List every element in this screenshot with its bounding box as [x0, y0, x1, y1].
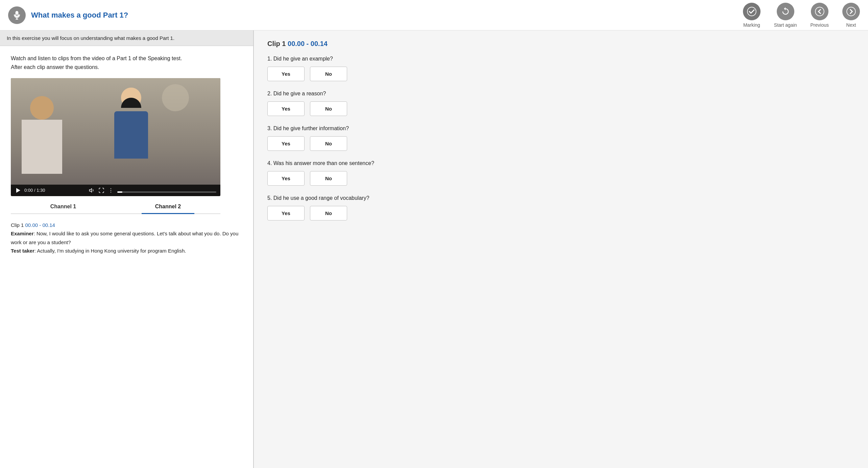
transcript-section: Clip 1 00.00 - 00.14 Examiner: Now, I wo… — [11, 221, 242, 255]
previous-icon — [811, 3, 828, 20]
video-controls: 0:00 / 1:30 — [11, 185, 220, 196]
video-progress-fill — [117, 191, 122, 193]
question-1: 1. Did he give an example? Yes No — [267, 56, 854, 81]
q1-no-button[interactable]: No — [310, 67, 347, 81]
start-again-button[interactable]: Start again — [774, 3, 797, 28]
q2-no-button[interactable]: No — [310, 101, 347, 116]
next-icon — [842, 3, 860, 20]
instruction-text: Watch and listen to clips from the video… — [11, 54, 242, 71]
svg-point-4 — [747, 7, 756, 16]
q3-no-button[interactable]: No — [310, 136, 347, 151]
q5-no-button[interactable]: No — [310, 206, 347, 220]
page-title: What makes a good Part 1? — [31, 11, 128, 20]
video-container[interactable]: 0:00 / 1:30 — [11, 78, 220, 196]
top-nav: What makes a good Part 1? Marking Start … — [0, 0, 868, 30]
previous-button[interactable]: Previous — [811, 3, 829, 28]
more-options-button[interactable] — [108, 187, 114, 193]
marking-icon — [743, 3, 761, 20]
q1-yes-button[interactable]: Yes — [267, 67, 305, 81]
nav-left: What makes a good Part 1? — [8, 6, 743, 24]
room-decor — [162, 84, 189, 111]
question-2-answers: Yes No — [267, 101, 854, 116]
left-content: Watch and listen to clips from the video… — [0, 46, 253, 263]
intro-text: In this exercise you will focus on under… — [7, 35, 174, 41]
start-again-icon — [777, 3, 794, 20]
question-5-answers: Yes No — [267, 206, 854, 220]
question-2-text: 2. Did he give a reason? — [267, 91, 854, 97]
intro-bar: In this exercise you will focus on under… — [0, 30, 253, 46]
play-button[interactable] — [15, 187, 21, 193]
q4-no-button[interactable]: No — [310, 171, 347, 186]
question-3-answers: Yes No — [267, 136, 854, 151]
nav-right: Marking Start again Previous — [743, 3, 860, 28]
fullscreen-button[interactable] — [98, 187, 104, 193]
testtaker-line: Test taker: Actually, I'm studying in Ho… — [11, 247, 242, 255]
svg-point-8 — [111, 188, 111, 189]
person-right — [101, 88, 162, 176]
right-clip-header: Clip 1 00.00 - 00.14 — [267, 40, 854, 48]
svg-marker-7 — [90, 189, 92, 192]
question-3-text: 3. Did he give further information? — [267, 125, 854, 132]
right-clip-label: Clip 1 — [267, 40, 286, 47]
svg-point-6 — [847, 7, 855, 16]
svg-rect-1 — [16, 11, 18, 15]
channel-tabs: Channel 1 Channel 2 — [11, 200, 220, 214]
video-time: 0:00 / 1:30 — [24, 188, 45, 193]
clip-transcript-label: Clip 1 00.00 - 00.14 — [11, 221, 242, 230]
progress-row[interactable] — [117, 190, 216, 193]
question-5-text: 5. Did he use a good range of vocabulary… — [267, 195, 854, 201]
q3-yes-button[interactable]: Yes — [267, 136, 305, 151]
question-5: 5. Did he use a good range of vocabulary… — [267, 195, 854, 220]
next-button[interactable]: Next — [842, 3, 860, 28]
question-4: 4. Was his answer more than one sentence… — [267, 160, 854, 186]
clip-label-text: Clip 1 — [11, 222, 24, 228]
clip-time-text: 00.00 - 00.14 — [25, 222, 55, 228]
question-4-text: 4. Was his answer more than one sentence… — [267, 160, 854, 166]
q2-yes-button[interactable]: Yes — [267, 101, 305, 116]
q4-yes-button[interactable]: Yes — [267, 171, 305, 186]
previous-label: Previous — [811, 22, 829, 28]
right-clip-time: 00.00 - 00.14 — [288, 40, 328, 47]
left-panel: In this exercise you will focus on under… — [0, 30, 254, 468]
channel1-tab[interactable]: Channel 1 — [37, 200, 90, 214]
video-progress-bar[interactable] — [117, 191, 216, 193]
marking-label: Marking — [743, 22, 760, 28]
question-1-text: 1. Did he give an example? — [267, 56, 854, 62]
speaking-icon — [8, 6, 26, 24]
marking-button[interactable]: Marking — [743, 3, 761, 28]
volume-button[interactable] — [89, 187, 95, 193]
start-again-label: Start again — [774, 22, 797, 28]
controls-row: 0:00 / 1:30 — [15, 187, 114, 193]
right-panel: Clip 1 00.00 - 00.14 1. Did he give an e… — [254, 30, 868, 468]
person-left — [15, 96, 69, 174]
question-3: 3. Did he give further information? Yes … — [267, 125, 854, 151]
svg-point-5 — [815, 7, 824, 16]
video-scene — [11, 78, 220, 196]
examiner-line: Examiner: Now, I would like to ask you s… — [11, 229, 242, 247]
channel2-tab[interactable]: Channel 2 — [142, 200, 194, 214]
svg-point-10 — [111, 192, 111, 192]
main-layout: In this exercise you will focus on under… — [0, 30, 868, 468]
svg-point-9 — [111, 190, 111, 191]
question-1-answers: Yes No — [267, 67, 854, 81]
question-4-answers: Yes No — [267, 171, 854, 186]
question-2: 2. Did he give a reason? Yes No — [267, 91, 854, 116]
next-label: Next — [846, 22, 856, 28]
q5-yes-button[interactable]: Yes — [267, 206, 305, 220]
